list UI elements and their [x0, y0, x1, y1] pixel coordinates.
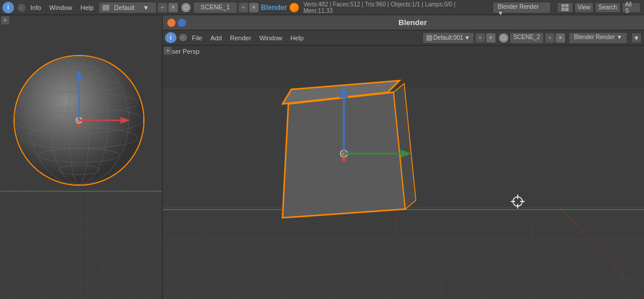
close-screen-button[interactable]: ×: [168, 3, 178, 12]
secondary-info-btn[interactable]: i: [165, 32, 177, 44]
secondary-win-btn-group: [167, 19, 186, 27]
app-title: Blender: [261, 4, 287, 12]
screen-layout-btn[interactable]: [557, 2, 573, 13]
secondary-title-bar: Blender: [163, 15, 644, 30]
secondary-menu-window[interactable]: Window: [256, 33, 285, 43]
secondary-add-scene[interactable]: +: [545, 33, 555, 43]
secondary-render-engine[interactable]: Blender Render ▼: [569, 32, 628, 44]
search-ctrl-btn[interactable]: Search: [595, 2, 621, 13]
all-s-ctrl-btn[interactable]: All S: [622, 2, 640, 13]
secondary-win-btn-blue[interactable]: [178, 19, 186, 27]
render-engine-wrapper: Blender Render ▼: [493, 2, 551, 13]
svg-point-37: [77, 124, 81, 128]
main-layout: + Blender i · File Add Render Window Hel…: [0, 15, 644, 299]
secondary-menu-help[interactable]: Help: [287, 33, 308, 43]
menu-window[interactable]: Window: [46, 3, 75, 12]
secondary-menu-render[interactable]: Render: [226, 33, 254, 43]
secondary-extra-btn[interactable]: ▼: [631, 33, 642, 43]
secondary-editor-switcher[interactable]: Default:001 ▼: [422, 32, 474, 44]
secondary-scene-selector[interactable]: SCENE_2: [509, 32, 545, 44]
secondary-close-screen[interactable]: ×: [486, 33, 495, 43]
secondary-dot-btn[interactable]: ·: [179, 34, 187, 42]
secondary-close-scene[interactable]: ×: [556, 33, 565, 43]
right-viewport-add-button[interactable]: +: [164, 47, 172, 55]
secondary-menu-file[interactable]: File: [188, 33, 206, 43]
top-right-btn-group: View Search All S: [557, 2, 640, 13]
top-bar: i · Info Window Help Default ▼ + × SCENE…: [0, 0, 644, 15]
view-ctrl-btn[interactable]: View: [574, 2, 594, 13]
scene-icon[interactable]: [181, 3, 191, 12]
left-viewport-add-button[interactable]: +: [1, 16, 9, 25]
render-engine-selector[interactable]: Blender Render ▼: [493, 2, 551, 13]
secondary-menu-bar: i · File Add Render Window Help Default:…: [163, 30, 644, 46]
right-section: Blender i · File Add Render Window Help …: [163, 15, 644, 299]
sphere-object: [12, 50, 146, 190]
left-viewport[interactable]: +: [0, 15, 163, 299]
info-icon[interactable]: i: [2, 2, 14, 13]
secondary-add-screen[interactable]: +: [476, 33, 485, 43]
blender-logo-icon: [290, 3, 299, 12]
cube-object: [253, 57, 440, 244]
menu-info[interactable]: Info: [27, 3, 44, 12]
mode-dot[interactable]: ·: [18, 4, 26, 12]
stats-bar: Verts:482 | Faces:512 | Tris:960 | Objec…: [304, 1, 485, 14]
editor-switcher[interactable]: Default ▼: [98, 2, 157, 13]
menu-help[interactable]: Help: [77, 3, 97, 12]
svg-point-68: [342, 157, 346, 162]
add-screen-button[interactable]: +: [158, 3, 167, 12]
secondary-win-title: Blender: [186, 18, 639, 27]
secondary-win-btn-orange[interactable]: [167, 19, 175, 27]
secondary-scene-icon[interactable]: [499, 33, 508, 43]
crosshair-cursor: [511, 194, 525, 210]
close-scene-button[interactable]: ×: [249, 3, 259, 12]
add-scene-button[interactable]: +: [239, 3, 248, 12]
scene-selector[interactable]: SCENE_1: [193, 2, 237, 13]
right-viewport[interactable]: User Persp +: [163, 46, 644, 299]
top-right-controls: Verts:482 | Faces:512 | Tris:960 | Objec…: [287, 1, 644, 14]
scene-switcher-wrapper: [181, 3, 192, 12]
secondary-menu-add[interactable]: Add: [207, 33, 226, 43]
top-menu: i · Info Window Help Default ▼ + × SCENE…: [0, 0, 261, 15]
